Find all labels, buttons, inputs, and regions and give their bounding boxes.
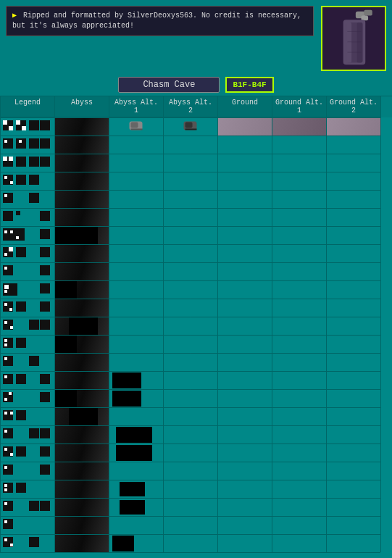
col-header-ground-alt1: Ground Alt. 1 [272, 96, 327, 117]
svg-rect-6 [346, 22, 351, 62]
title-bar: Chasm Cave B1F-B4F [0, 74, 392, 96]
col-header-abyss-alt2: Abyss Alt. 2 [164, 96, 218, 117]
cave-preview-svg [322, 7, 385, 70]
header: Ripped and formatted by SilverDeoxys563.… [0, 0, 392, 74]
col-header-abyss-alt1: Abyss Alt. 1 [109, 96, 164, 117]
credit-box: Ripped and formatted by SilverDeoxys563.… [6, 6, 314, 36]
main-grid [0, 117, 392, 558]
cave-title: Chasm Cave [118, 77, 220, 93]
col-header-legend: Legend [1, 96, 55, 117]
credit-text: Ripped and formatted by SilverDeoxys563.… [12, 12, 301, 30]
column-headers: Legend Abyss Abyss Alt. 1 Abyss Alt. 2 G… [0, 96, 392, 117]
svg-rect-7 [357, 22, 363, 62]
col-header-ground-alt2: Ground Alt. 2 [327, 96, 381, 117]
col-header-ground: Ground [218, 96, 272, 117]
preview-box [321, 6, 386, 71]
col-header-abyss: Abyss [55, 96, 109, 117]
floor-badge: B1F-B4F [225, 77, 273, 93]
svg-rect-2 [364, 10, 372, 16]
svg-rect-3 [362, 15, 369, 20]
